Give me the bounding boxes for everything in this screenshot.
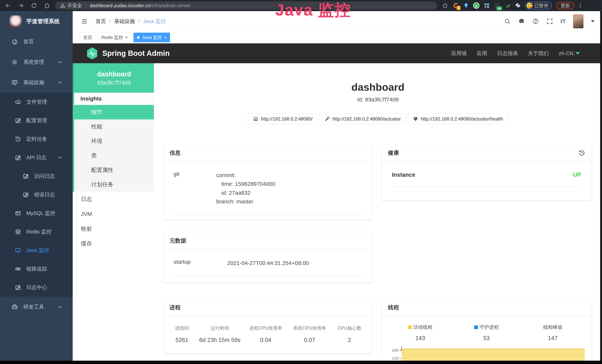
sidebar-item-error-logs[interactable]: 错误日志 [0, 185, 73, 204]
extension-y-icon[interactable]: y [473, 2, 479, 9]
back-icon[interactable] [5, 2, 11, 9]
close-icon[interactable] [125, 35, 128, 40]
user-caret-icon[interactable] [591, 20, 595, 22]
edit-icon [15, 117, 21, 124]
breadcrumb-infra[interactable]: 基础设施 [114, 18, 135, 25]
breadcrumb: 首页 / 基础设施 / Java 监控 [96, 18, 166, 25]
sba-item-jvm[interactable]: JVM [73, 207, 154, 221]
browser-scrollbar[interactable] [600, 11, 602, 361]
sba-nav-wallboard[interactable]: 应用墙 [451, 50, 467, 57]
reload-icon[interactable] [31, 2, 37, 9]
avatar[interactable] [573, 14, 583, 28]
chevron-down-icon [57, 59, 64, 65]
chrome-menu-icon[interactable] [579, 3, 582, 8]
sidebar-item-home[interactable]: 首页 [0, 32, 73, 52]
github-icon[interactable] [518, 18, 525, 25]
help-icon[interactable] [532, 18, 539, 25]
log-edit-icon [15, 154, 21, 161]
gear-icon [11, 59, 18, 65]
instance-name: dashboard [97, 70, 131, 78]
home-icon[interactable] [44, 2, 50, 9]
app-brand: 芋道管理系统 [0, 11, 73, 32]
extension-tampermonkey-icon[interactable]: on [494, 2, 501, 9]
tab-redis-monitor[interactable]: Redis 监控 [98, 33, 131, 42]
paused-extension-pill[interactable]: 已暂停 [525, 2, 552, 10]
extension-pin-icon[interactable] [463, 2, 469, 9]
extensions-puzzle-icon[interactable] [515, 2, 521, 9]
sba-instance-sidebar: dashboard 93a3fc7f7409 Insights 细节 性能 环境… [73, 63, 154, 361]
sba-nav: 应用墙 应用 日志报表 关于我们 zh-CN [451, 50, 602, 57]
log-edit-icon [15, 284, 21, 290]
instance-id-line: Id: 93a3fc7f7409 [154, 96, 602, 103]
metadata-card: 元数据 startup 2021-04-27T00:44:31.254+08:0… [163, 232, 372, 283]
emoji-face-icon [527, 3, 532, 9]
sidebar-item-api-logs[interactable]: API 日志 [0, 148, 73, 167]
close-icon[interactable] [164, 35, 166, 40]
sba-item-caches[interactable]: 缓存 [73, 236, 154, 251]
sidebar-item-java-monitor[interactable]: Java 监控 [0, 241, 73, 260]
actuator-url-button[interactable]: http://192.168.0.2:48080/actuator [320, 114, 406, 124]
app-title: 芋道管理系统 [26, 18, 60, 25]
log-edit-icon [23, 192, 29, 198]
forward-icon[interactable] [18, 2, 24, 9]
insights-section-label: Insights [73, 93, 154, 105]
extension-leaf-icon[interactable] [505, 2, 511, 9]
search-icon[interactable] [504, 18, 511, 25]
fullscreen-icon[interactable] [546, 18, 553, 25]
java-monitor-icon [15, 247, 21, 254]
sidebar-item-tracing[interactable]: 链路追踪 [0, 260, 73, 278]
sba-item-logs[interactable]: 日志 [73, 192, 154, 207]
chrome-update-button[interactable]: 更新 [556, 2, 575, 9]
breadcrumb-home[interactable]: 首页 [96, 18, 106, 25]
service-url-button[interactable]: http://192.168.0.2:48080/ [248, 114, 318, 124]
sba-content: dashboard Id: 93a3fc7f7409 http://192.16… [154, 63, 602, 361]
sba-item-metrics[interactable]: 性能 [73, 119, 154, 134]
sidebar-item-log-center[interactable]: 日志中心 [0, 278, 73, 297]
health-url-button[interactable]: http://192.168.0.2:48080/actuator/health [408, 114, 508, 124]
sidebar-item-access-logs[interactable]: 访问日志 [0, 167, 73, 185]
card-title: 信息 [170, 149, 181, 157]
sba-nav-applications[interactable]: 应用 [477, 50, 487, 57]
security-label[interactable]: 不安全 [67, 2, 82, 9]
sba-item-classes[interactable]: 类 [73, 148, 154, 163]
extension-colorzilla-icon[interactable]: 1 [452, 2, 459, 9]
sba-nav-journal[interactable]: 日志报表 [497, 50, 518, 57]
hamburger-icon[interactable] [81, 18, 88, 25]
sidebar-item-infra[interactable]: 基础设施 [0, 72, 73, 93]
bookmark-star-icon[interactable] [442, 2, 448, 9]
sba-item-environment[interactable]: 环境 [73, 134, 154, 148]
sidebar-item-scheduled-jobs[interactable]: 定时任务 [0, 130, 73, 148]
sidebar-item-redis-monitor[interactable]: Redis 监控 [0, 223, 73, 241]
health-instance-row[interactable]: Instance UP [392, 162, 581, 187]
address-bar[interactable]: 不安全 dashboard.yudao.iocoder.cn/infra/adm… [55, 1, 437, 10]
sidebar-item-file-manage[interactable]: 文件管理 [0, 93, 73, 111]
heart-icon [413, 116, 418, 122]
tab-home[interactable]: 首页 [80, 33, 96, 42]
eye-icon [15, 266, 21, 272]
extension-grid-icon[interactable] [484, 2, 490, 9]
tab-java-monitor[interactable]: Java 监控 [133, 33, 170, 42]
font-size-icon[interactable] [560, 18, 566, 24]
chevron-up-icon [57, 79, 64, 86]
sba-brand[interactable]: Spring Boot Admin [86, 47, 170, 60]
instance-header[interactable]: dashboard 93a3fc7f7409 [73, 63, 154, 93]
sba-item-mappings[interactable]: 映射 [73, 221, 154, 236]
sba-item-scheduled-tasks[interactable]: 计划任务 [73, 177, 154, 192]
sba-body: dashboard 93a3fc7f7409 Insights 细节 性能 环境… [73, 63, 602, 361]
sidebar-item-system[interactable]: 系统管理 [0, 52, 73, 72]
sba-locale-select[interactable]: zh-CN [559, 50, 580, 56]
page-title: dashboard [154, 81, 602, 93]
sidebar-item-mysql-monitor[interactable]: MySQL 监控 [0, 204, 73, 223]
history-icon[interactable] [579, 150, 585, 156]
info-key: git [173, 171, 216, 206]
page-url: dashboard.yudao.iocoder.cn/infra/admin-s… [90, 3, 190, 9]
sidebar-item-config-manage[interactable]: 配置管理 [0, 111, 73, 130]
sba-item-details[interactable]: 细节 [73, 105, 154, 119]
sba-item-config-props[interactable]: 配置属性 [73, 163, 154, 177]
sba-nav-about[interactable]: 关于我们 [528, 50, 549, 57]
sidebar-item-dev-tools[interactable]: 研发工具 [0, 297, 73, 317]
monitor-icon [11, 79, 18, 86]
metadata-value: 2021-04-27T00:44:31.254+08:00 [227, 259, 362, 268]
chart-plot-area [402, 348, 585, 361]
info-card: 信息 git commit: time: 1596289704000 id: 2… [163, 144, 372, 220]
